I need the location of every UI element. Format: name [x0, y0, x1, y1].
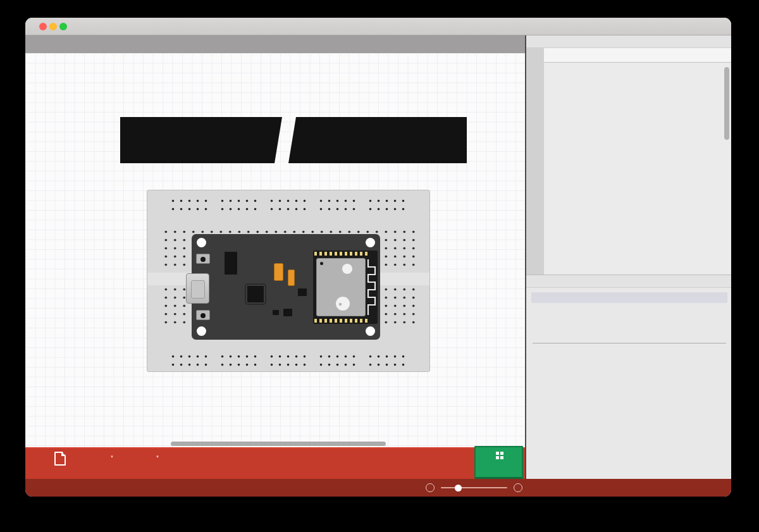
top-rail-red-line: [152, 214, 424, 216]
rotate-dropdown-arrow[interactable]: ▼: [110, 455, 114, 459]
mounting-hole: [366, 238, 375, 247]
esp32-devkit-board[interactable]: [192, 234, 380, 340]
maximize-traffic-light[interactable]: [59, 23, 67, 30]
mounting-hole: [197, 326, 206, 336]
rf-shield: [316, 258, 366, 316]
smd-part: [283, 309, 292, 316]
neopixel-strip-2[interactable]: [288, 117, 467, 163]
mounting-hole: [197, 238, 206, 247]
esp-wroom-32-module: [313, 251, 378, 324]
usb-uart-chip: [247, 286, 264, 302]
bins-rail: [526, 48, 544, 275]
flip-dropdown-arrow[interactable]: ▼: [156, 455, 159, 459]
inspector-header[interactable]: [526, 275, 731, 288]
mounting-hole: [366, 326, 375, 336]
bottom-toolbar: ▼ ▼: [25, 447, 525, 479]
flip-button[interactable]: ▼: [134, 452, 181, 467]
espressif-logo: [336, 297, 350, 311]
bottom-rail-red-line: [152, 370, 424, 371]
rst-button[interactable]: [196, 254, 210, 264]
castellated-pads: [314, 319, 367, 323]
inspector-divider: [533, 343, 726, 343]
note-icon: [54, 452, 66, 466]
minimize-traffic-light[interactable]: [49, 23, 57, 30]
close-traffic-light[interactable]: [39, 23, 47, 30]
breadboard-canvas[interactable]: [25, 53, 525, 447]
top-rail-blue-line: [152, 194, 424, 195]
parts-grid-area: [544, 63, 731, 275]
pin1-dot: [320, 262, 323, 265]
add-note-button[interactable]: [37, 452, 83, 467]
horizontal-scrollbar[interactable]: [171, 442, 386, 446]
inspector-name-bar: [531, 292, 727, 303]
share-icon: [476, 452, 522, 459]
bottom-rail-blue-line: [152, 350, 424, 351]
regulator-chip: [225, 252, 237, 275]
parts-sidebar: [525, 35, 731, 479]
status-bar: [25, 479, 731, 497]
core-parts-header[interactable]: [544, 48, 731, 63]
capacitor-orange: [288, 269, 295, 286]
parts-scrollbar[interactable]: [724, 67, 729, 140]
smd-part: [298, 288, 307, 296]
desktop: ▼ ▼: [0, 0, 759, 532]
zoom-in-button[interactable]: [514, 483, 522, 492]
tab-bar: [25, 35, 525, 53]
wifi-logo: [342, 264, 352, 274]
zoom-slider[interactable]: [441, 487, 507, 488]
top-rail-holes[interactable]: [169, 197, 408, 213]
neopixel-strip-1[interactable]: [120, 117, 282, 163]
antenna-trace: [367, 259, 377, 316]
fritzing-window: ▼ ▼: [25, 18, 731, 497]
castellated-pads: [314, 252, 367, 256]
zoom-slider-knob[interactable]: [455, 485, 462, 492]
boot-button[interactable]: [196, 310, 210, 320]
smd-part: [273, 310, 279, 315]
share-button[interactable]: [474, 446, 523, 480]
micro-usb-connector: [186, 273, 209, 304]
bottom-rail-holes[interactable]: [169, 352, 408, 369]
rotate-button[interactable]: ▼: [89, 452, 135, 467]
parts-panel-header[interactable]: [526, 35, 731, 48]
capacitor-orange: [274, 263, 283, 281]
zoom-out-button[interactable]: [426, 483, 435, 492]
title-bar[interactable]: [25, 18, 731, 35]
